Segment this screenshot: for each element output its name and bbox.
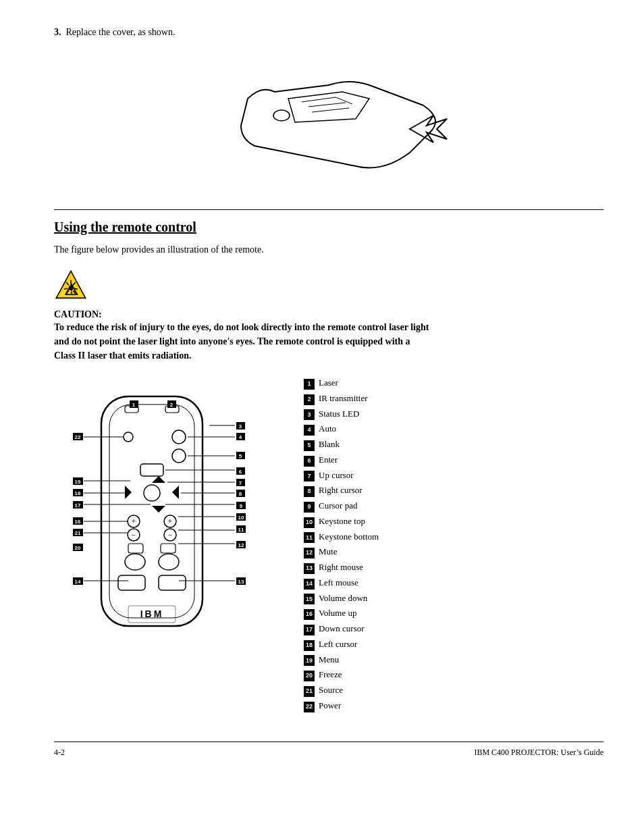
svg-text:6: 6: [239, 469, 242, 475]
legend-item: 19 Menu: [304, 653, 603, 667]
legend-num: 2: [304, 394, 315, 405]
legend-text: Right cursor: [319, 484, 363, 497]
legend-num: 11: [304, 532, 315, 543]
legend-num: 12: [304, 548, 315, 558]
legend-text: Left cursor: [319, 637, 357, 651]
legend-text: Volume up: [319, 606, 356, 620]
legend-text: Freeze: [319, 668, 342, 681]
svg-text:14: 14: [75, 579, 81, 585]
svg-text:12: 12: [238, 542, 244, 548]
legend-item: 8 Right cursor: [304, 484, 603, 497]
svg-text:IBM: IBM: [140, 608, 164, 619]
legend-text: Right mouse: [319, 561, 363, 574]
legend-text: Mute: [319, 545, 337, 558]
svg-rect-11: [101, 396, 203, 626]
legend-num: 8: [304, 486, 315, 497]
svg-point-22: [172, 430, 186, 444]
legend-num: 9: [304, 502, 315, 513]
legend-item: 9 Cursor pad: [304, 499, 603, 513]
legend-text: Power: [319, 699, 341, 712]
legend-text: Left mouse: [319, 576, 358, 590]
svg-rect-12: [109, 405, 194, 618]
legend-text: Auto: [319, 422, 336, 436]
svg-text:+: +: [132, 517, 136, 526]
svg-marker-50: [152, 506, 165, 513]
svg-rect-89: [161, 544, 176, 553]
caution-label: CAUTION:: [54, 309, 603, 320]
cover-image: [54, 51, 603, 189]
legend-num: 18: [304, 640, 315, 651]
svg-point-91: [159, 554, 179, 570]
footer-title: IBM C400 PROJECTOR: User’s Guide: [474, 748, 603, 758]
legend-num: 15: [304, 594, 315, 604]
legend-item: 3 Status LED: [304, 407, 603, 421]
svg-point-3: [69, 286, 74, 290]
svg-point-23: [172, 449, 186, 463]
legend-num: 7: [304, 471, 315, 481]
svg-text:+: +: [168, 517, 173, 526]
legend-num: 13: [304, 563, 315, 574]
svg-line-8: [74, 288, 78, 289]
remote-diagram: 1 2 3 4 5 22: [54, 376, 284, 669]
svg-text:10: 10: [238, 515, 244, 521]
remote-svg: 1 2 3 4 5 22: [54, 376, 263, 667]
legend: 1 Laser 2 IR transmitter 3 Status LED 4 …: [304, 376, 603, 714]
legend-item: 7 Up cursor: [304, 469, 603, 482]
legend-num: 16: [304, 609, 315, 620]
caution-area: ⚠ CAUTION: To reduce the risk of injury …: [54, 267, 603, 363]
step-description: Replace the cover, as shown.: [66, 27, 176, 37]
intro-text: The figure below provides an illustratio…: [54, 244, 603, 255]
svg-marker-42: [172, 486, 179, 499]
section-title: Using the remote control: [54, 219, 603, 235]
footer: 4-2 IBM C400 PROJECTOR: User’s Guide: [54, 741, 603, 758]
legend-item: 15 Volume down: [304, 592, 603, 605]
svg-text:19: 19: [75, 479, 81, 485]
svg-text:7: 7: [239, 480, 242, 486]
legend-num: 20: [304, 671, 315, 681]
svg-rect-98: [118, 575, 145, 590]
svg-point-54: [144, 485, 160, 501]
legend-text: Keystone bottom: [319, 530, 379, 544]
svg-text:8: 8: [239, 491, 242, 497]
svg-text:18: 18: [75, 490, 81, 496]
legend-num: 1: [304, 379, 315, 390]
legend-num: 4: [304, 425, 315, 436]
legend-text: Volume down: [319, 592, 367, 605]
svg-line-7: [64, 288, 68, 289]
legend-num: 5: [304, 440, 315, 451]
svg-text:4: 4: [239, 434, 242, 440]
legend-text: Down cursor: [319, 622, 365, 635]
caution-text: To reduce the risk of injury to the eyes…: [54, 320, 432, 363]
legend-item: 18 Left cursor: [304, 637, 603, 651]
section-divider: [54, 209, 603, 210]
warning-icon: ⚠: [54, 267, 88, 301]
svg-point-90: [125, 554, 145, 570]
legend-item: 17 Down cursor: [304, 622, 603, 635]
svg-text:3: 3: [239, 423, 242, 429]
legend-text: Laser: [319, 376, 338, 390]
main-content: 1 2 3 4 5 22: [54, 376, 603, 714]
svg-text:20: 20: [75, 545, 81, 551]
legend-item: 12 Mute: [304, 545, 603, 558]
legend-item: 16 Volume up: [304, 606, 603, 620]
svg-rect-99: [159, 575, 186, 590]
legend-item: 1 Laser: [304, 376, 603, 390]
legend-num: 17: [304, 625, 315, 635]
legend-item: 6 Enter: [304, 453, 603, 467]
svg-text:21: 21: [75, 530, 81, 536]
svg-text:17: 17: [75, 502, 81, 509]
svg-text:22: 22: [75, 434, 81, 440]
step-text: 3. Replace the cover, as shown.: [54, 27, 603, 38]
legend-text: Enter: [319, 453, 338, 467]
legend-num: 3: [304, 409, 315, 420]
legend-text: IR transmitter: [319, 392, 368, 405]
legend-item: 11 Keystone bottom: [304, 530, 603, 544]
legend-text: Status LED: [319, 407, 359, 421]
legend-text: Blank: [319, 438, 340, 451]
legend-text: Source: [319, 683, 343, 697]
legend-text: Up cursor: [319, 469, 354, 482]
svg-text:9: 9: [240, 503, 243, 509]
svg-point-0: [273, 110, 290, 121]
legend-num: 6: [304, 456, 315, 467]
legend-num: 21: [304, 686, 315, 697]
